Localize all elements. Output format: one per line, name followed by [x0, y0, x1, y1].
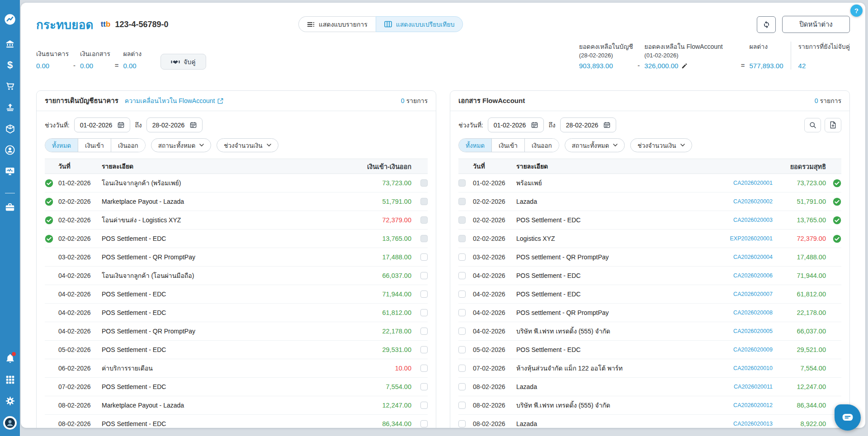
row-doc-number[interactable]: CA2026020001: [713, 180, 773, 186]
summary-divider: [791, 42, 791, 70]
row-checkbox[interactable]: [420, 216, 428, 224]
cart-icon[interactable]: [4, 80, 16, 92]
notifications-bell-icon[interactable]: [4, 352, 16, 364]
settings-gear-icon[interactable]: [4, 395, 16, 407]
row-checkbox[interactable]: [420, 420, 428, 427]
row-checkbox[interactable]: [420, 235, 428, 242]
row-checkbox[interactable]: [458, 309, 466, 316]
row-doc-number[interactable]: CA2026020004: [713, 254, 773, 260]
row-match-status: [45, 179, 58, 188]
row-checkbox[interactable]: [458, 402, 466, 409]
row-doc-number[interactable]: CA2026020012: [713, 402, 773, 408]
row-date: 04-02-2026: [58, 309, 102, 316]
flowaccount-movement-link[interactable]: ความเคลื่อนไหวใน FlowAccount: [125, 96, 224, 106]
bank-table: วันที่ รายละเอียด เงินเข้า-เงินออก 01-02…: [45, 159, 428, 428]
row-checkbox[interactable]: [458, 328, 466, 335]
chat-support-button[interactable]: [835, 404, 861, 431]
row-date: 08-02-2026: [58, 402, 102, 409]
sell-upload-icon[interactable]: [4, 102, 16, 113]
help-button[interactable]: ?: [850, 5, 863, 17]
row-checkbox[interactable]: [458, 216, 466, 224]
refresh-button[interactable]: [757, 16, 776, 33]
row-doc-number[interactable]: CA2026020006: [713, 272, 773, 279]
filter-all-chip[interactable]: ทั้งหมด: [45, 139, 78, 152]
row-doc-number[interactable]: CA2026020005: [713, 328, 773, 334]
date-to-input[interactable]: 28-02-2026: [560, 117, 617, 132]
status-filter-dropdown[interactable]: สถานะทั้งหมด: [151, 138, 212, 152]
date-from-input[interactable]: 01-02-2026: [488, 117, 544, 132]
filter-in-chip[interactable]: เงินเข้า: [492, 139, 525, 152]
row-date: 02-02-2026: [58, 198, 102, 205]
row-checkbox[interactable]: [420, 291, 428, 298]
filter-all-chip[interactable]: ทั้งหมด: [459, 139, 492, 152]
close-window-button[interactable]: ปิดหน้าต่าง: [782, 16, 850, 33]
unmatched-count: 42: [798, 62, 850, 70]
filter-out-chip[interactable]: เงินออก: [111, 139, 145, 152]
row-doc-number[interactable]: CA2026020002: [713, 198, 773, 205]
apps-grid-icon[interactable]: [4, 374, 16, 385]
row-checkbox[interactable]: [420, 272, 428, 279]
flowaccount-doc-row: 04-02-2026POS settlement - QR PromptPayC…: [458, 304, 841, 322]
row-checkbox[interactable]: [458, 383, 466, 390]
row-date: 04-02-2026: [473, 291, 516, 298]
row-description: พร้อมเพย์: [516, 178, 713, 188]
row-checkbox[interactable]: [458, 365, 466, 372]
row-doc-number[interactable]: EXP2026020001: [713, 235, 773, 242]
flowaccount-logo-icon[interactable]: [4, 14, 16, 25]
row-doc-number[interactable]: CA2026020008: [713, 309, 773, 316]
search-button[interactable]: [804, 118, 821, 132]
money-icon[interactable]: $: [4, 59, 16, 71]
flowaccount-doc-row: 05-02-2026POS Settlement - EDCCA20260200…: [458, 341, 841, 359]
row-checkbox[interactable]: [458, 291, 466, 298]
row-checkbox[interactable]: [458, 179, 466, 187]
row-doc-number[interactable]: CA2026020003: [713, 217, 773, 223]
amount-range-dropdown[interactable]: ช่วงจำนวนเงิน: [630, 138, 692, 152]
row-doc-number[interactable]: CA2026020010: [713, 365, 773, 371]
row-checkbox[interactable]: [458, 420, 466, 427]
status-filter-dropdown[interactable]: สถานะทั้งหมด: [565, 138, 625, 152]
date-to-input[interactable]: 28-02-2026: [146, 117, 203, 132]
row-checkbox[interactable]: [458, 346, 466, 353]
filter-in-chip[interactable]: เงินเข้า: [78, 139, 111, 152]
notification-badge-dot: [12, 352, 16, 356]
chevron-down-icon: [267, 144, 271, 147]
row-checkbox[interactable]: [420, 365, 428, 372]
row-checkbox[interactable]: [420, 179, 428, 187]
filter-out-chip[interactable]: เงินออก: [525, 139, 559, 152]
inventory-box-icon[interactable]: [4, 123, 16, 135]
row-date: 08-02-2026: [473, 383, 516, 390]
doc-table-body: 01-02-2026พร้อมเพย์CA202602000173,723.00…: [458, 174, 841, 428]
reports-monitor-icon[interactable]: [4, 165, 16, 177]
row-checkbox[interactable]: [458, 198, 466, 205]
profile-avatar[interactable]: [3, 416, 17, 430]
row-checkbox[interactable]: [458, 253, 466, 261]
row-doc-number[interactable]: CA2026020011: [713, 384, 773, 390]
amount-range-dropdown[interactable]: ช่วงจำนวนเงิน: [217, 138, 278, 152]
row-doc-number[interactable]: CA2026020007: [713, 291, 773, 297]
row-checkbox[interactable]: [420, 198, 428, 205]
matched-check-icon: [45, 216, 53, 225]
view-list-button[interactable]: แสดงแบบรายการ: [298, 16, 376, 32]
row-checkbox[interactable]: [420, 402, 428, 409]
row-doc-number[interactable]: CA2026020013: [713, 421, 773, 427]
bank-statement-row: 04-02-2026POS Settlement - QR PromptPay2…: [45, 322, 428, 341]
view-compare-button[interactable]: แสดงแบบเปรียบเทียบ: [376, 16, 463, 32]
new-document-button[interactable]: [825, 118, 841, 132]
payroll-briefcase-icon[interactable]: [4, 202, 16, 213]
row-checkbox[interactable]: [420, 383, 428, 390]
match-button[interactable]: จับคู่: [160, 54, 206, 70]
row-checkbox[interactable]: [420, 346, 428, 353]
row-match-status: [45, 216, 58, 225]
row-doc-number[interactable]: CA2026020009: [713, 347, 773, 353]
row-checkbox[interactable]: [420, 309, 428, 316]
row-checkbox[interactable]: [420, 253, 428, 261]
row-checkbox[interactable]: [420, 328, 428, 335]
row-checkbox[interactable]: [458, 235, 466, 242]
bank-icon[interactable]: [4, 38, 16, 50]
bank-money-value: 0.00: [36, 62, 69, 70]
contacts-icon[interactable]: [4, 144, 16, 156]
row-date: 06-02-2026: [58, 365, 102, 372]
row-checkbox[interactable]: [458, 272, 466, 279]
edit-pencil-icon[interactable]: [681, 63, 688, 69]
date-from-input[interactable]: 01-02-2026: [74, 117, 131, 132]
